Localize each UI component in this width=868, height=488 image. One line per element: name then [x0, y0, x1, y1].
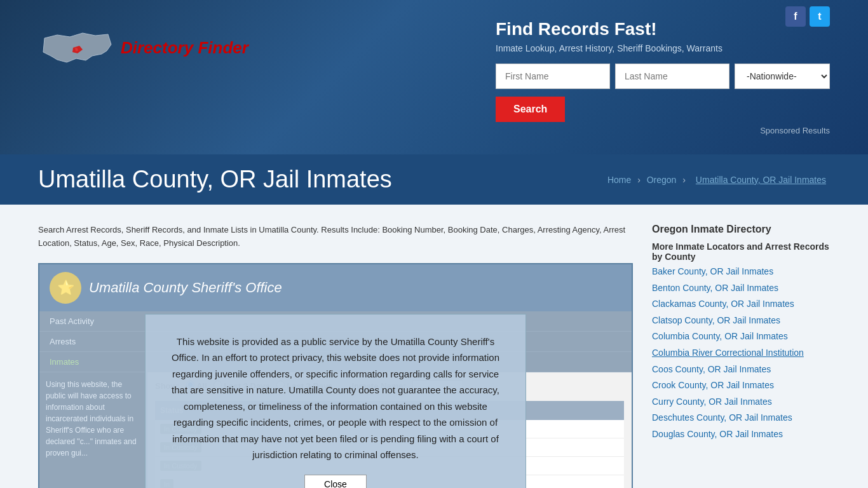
- breadcrumb-separator-2: ›: [682, 175, 688, 185]
- facebook-icon[interactable]: f: [785, 6, 806, 27]
- search-fields: -Nationwide-: [496, 64, 830, 89]
- sponsored-label: Sponsored Results: [496, 126, 830, 135]
- find-records-heading: Find Records Fast!: [496, 19, 830, 39]
- breadcrumb-current: Umatilla County, OR Jail Inmates: [696, 175, 826, 185]
- description-text: Search Arrest Records, Sheriff Records, …: [38, 224, 633, 250]
- sidebar-link-benton[interactable]: Benton County, OR Jail Inmates: [652, 282, 830, 295]
- sidebar-link-clatsop[interactable]: Clatsop County, OR Jail Inmates: [652, 315, 830, 327]
- breadcrumb-separator-1: ›: [637, 175, 643, 185]
- search-subtitle: Inmate Lookup, Arrest History, Sheriff B…: [496, 43, 830, 53]
- sidebar-link-columbia-county[interactable]: Columbia County, OR Jail Inmates: [652, 330, 830, 343]
- overlay-text: This website is provided as a public ser…: [171, 334, 500, 463]
- main-content: Search Arrest Records, Sheriff Records, …: [0, 205, 868, 488]
- overlay-dialog: This website is provided as a public ser…: [145, 314, 526, 488]
- header: Directory Finder Find Records Fast! Inma…: [0, 0, 868, 154]
- close-button[interactable]: Close: [304, 475, 367, 488]
- more-locators-label: More Inmate Locators and Arrest Records …: [652, 241, 830, 262]
- sidebar-link-douglas[interactable]: Douglas County, OR Jail Inmates: [652, 428, 830, 441]
- breadcrumb: Home › Oregon › Umatilla County, OR Jail…: [607, 175, 830, 185]
- state-select[interactable]: -Nationwide-: [735, 64, 830, 89]
- first-name-input[interactable]: [496, 64, 610, 89]
- sidebar-link-columbia-river[interactable]: Columbia River Correctional Institution: [652, 347, 830, 360]
- sheriff-frame: ⭐ Umatilla County Sheriff's Office Past …: [38, 263, 633, 488]
- search-button[interactable]: Search: [496, 97, 565, 122]
- breadcrumb-home[interactable]: Home: [607, 175, 631, 185]
- page-title: Umatilla County, OR Jail Inmates: [38, 166, 392, 193]
- last-name-input[interactable]: [615, 64, 729, 89]
- sidebar-link-baker[interactable]: Baker County, OR Jail Inmates: [652, 266, 830, 278]
- oregon-directory-heading: Oregon Inmate Directory: [652, 224, 830, 235]
- breadcrumb-state[interactable]: Oregon: [647, 175, 677, 185]
- page-title-bar: Umatilla County, OR Jail Inmates Home › …: [0, 154, 868, 205]
- social-bar: f t: [785, 6, 830, 27]
- content-left: Search Arrest Records, Sheriff Records, …: [38, 224, 633, 488]
- logo-text: Directory Finder: [121, 38, 248, 58]
- sidebar-right: Oregon Inmate Directory More Inmate Loca…: [652, 224, 830, 488]
- sidebar-link-coos[interactable]: Coos County, OR Jail Inmates: [652, 363, 830, 376]
- twitter-icon[interactable]: t: [810, 6, 830, 27]
- sidebar-link-curry[interactable]: Curry County, OR Jail Inmates: [652, 396, 830, 409]
- search-area: Find Records Fast! Inmate Lookup, Arrest…: [496, 19, 830, 135]
- usa-map-icon: [38, 25, 114, 70]
- sidebar-link-crook[interactable]: Crook County, OR Jail Inmates: [652, 379, 830, 392]
- sidebar-link-deschutes[interactable]: Deschutes County, OR Jail Inmates: [652, 412, 830, 424]
- sidebar-link-clackamas[interactable]: Clackamas County, OR Jail Inmates: [652, 298, 830, 311]
- logo-area: Directory Finder: [38, 25, 248, 70]
